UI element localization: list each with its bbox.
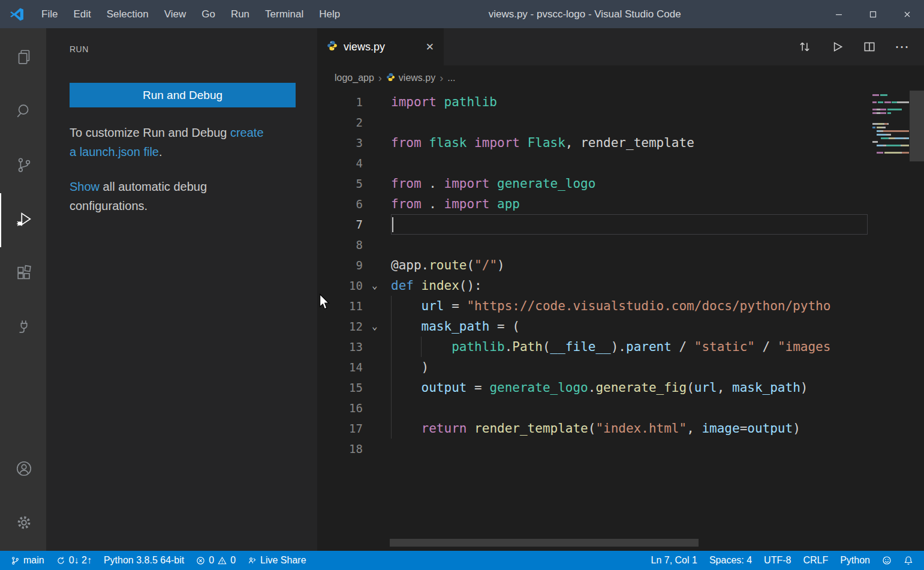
text-caret — [392, 217, 393, 232]
branch-indicator[interactable]: main — [5, 551, 50, 570]
menu-selection[interactable]: Selection — [99, 0, 156, 28]
breadcrumb-file[interactable]: views.py — [386, 73, 435, 84]
activity-extensions[interactable] — [0, 247, 46, 301]
notifications-button[interactable] — [898, 551, 919, 570]
horizontal-scrollbar-thumb[interactable] — [390, 539, 699, 547]
minimap[interactable] — [872, 94, 909, 159]
code-text: def index(): — [391, 275, 868, 296]
fold-gutter — [363, 357, 391, 377]
code-line-11[interactable]: 11 url = "https://code.visualstudio.com/… — [317, 296, 924, 316]
live-share-button[interactable]: Live Share — [242, 551, 312, 570]
code-text — [391, 153, 868, 173]
status-bar-left: main 0↓ 2↑ Python 3.8.5 64-bit 0 0 — [0, 551, 312, 570]
run-and-debug-button[interactable]: Run and Debug — [70, 83, 296, 107]
cursor-position-indicator[interactable]: Ln 7, Col 1 — [645, 551, 703, 570]
code-line-5[interactable]: 5from . import generate_logo — [317, 173, 924, 194]
code-line-6[interactable]: 6from . import app — [317, 194, 924, 214]
menu-terminal[interactable]: Terminal — [257, 0, 311, 28]
code-line-9[interactable]: 9@app.route("/") — [317, 255, 924, 275]
fold-gutter — [363, 133, 391, 153]
activity-search[interactable] — [0, 85, 46, 139]
minimap-line — [872, 127, 909, 128]
run-python-file-icon[interactable] — [828, 40, 846, 53]
code-line-8[interactable]: 8 — [317, 235, 924, 255]
python-interpreter-indicator[interactable]: Python 3.8.5 64-bit — [98, 551, 190, 570]
minimize-button[interactable] — [821, 0, 856, 28]
breadcrumb-folder[interactable]: logo_app — [335, 73, 374, 83]
code-line-3[interactable]: 3from flask import Flask, render_templat… — [317, 133, 924, 153]
menu-run[interactable]: Run — [223, 0, 257, 28]
code-line-2[interactable]: 2 — [317, 112, 924, 133]
encoding-indicator[interactable]: UTF-8 — [758, 551, 797, 570]
menu-go[interactable]: Go — [194, 0, 223, 28]
minimap-line — [872, 134, 909, 136]
code-line-18[interactable]: 18 — [317, 439, 924, 459]
code-line-15[interactable]: 15 output = generate_logo.generate_fig(u… — [317, 377, 924, 398]
tab-bar: views.py ✕ ⋯ — [317, 28, 924, 65]
breadcrumb-file-label: views.py — [399, 73, 435, 83]
indentation-indicator[interactable]: Spaces: 4 — [703, 551, 758, 570]
eol-indicator[interactable]: CRLF — [797, 551, 834, 570]
fold-chevron-icon[interactable]: ⌄ — [363, 316, 391, 337]
fold-gutter — [363, 296, 391, 316]
feedback-button[interactable] — [876, 551, 898, 570]
status-bar: main 0↓ 2↑ Python 3.8.5 64-bit 0 0 — [0, 551, 924, 570]
more-actions-icon[interactable]: ⋯ — [893, 41, 911, 53]
code-editor[interactable]: 1import pathlib23from flask import Flask… — [317, 91, 924, 551]
breadcrumb-symbol[interactable]: ... — [447, 73, 455, 83]
code-line-17[interactable]: 17 return render_template("index.html", … — [317, 418, 924, 439]
menu-view[interactable]: View — [156, 0, 194, 28]
minimap-line — [872, 98, 909, 100]
minimap-line — [872, 109, 909, 110]
code-text — [391, 439, 868, 459]
language-mode-indicator[interactable]: Python — [834, 551, 876, 570]
code-line-12[interactable]: 12⌄ mask_path = ( — [317, 316, 924, 337]
problems-indicator[interactable]: 0 0 — [190, 551, 242, 570]
customize-hint-text: To customize Run and Debug create a laun… — [70, 123, 273, 161]
activity-bar — [0, 28, 46, 551]
show-configurations-link[interactable]: Show — [70, 180, 100, 193]
indent-guide — [391, 296, 392, 316]
activity-explorer[interactable] — [0, 31, 46, 85]
git-branch-icon — [11, 556, 20, 565]
open-changes-icon[interactable] — [796, 40, 814, 53]
menu-edit[interactable]: Edit — [65, 0, 98, 28]
indentation-label: Spaces: 4 — [709, 555, 752, 566]
code-line-16[interactable]: 16 — [317, 398, 924, 418]
split-editor-icon[interactable] — [860, 40, 878, 53]
window-title: views.py - pvscc-logo - Visual Studio Co… — [348, 8, 821, 20]
close-window-button[interactable] — [890, 0, 924, 28]
indent-guide — [391, 398, 392, 418]
minimap-line — [872, 94, 909, 96]
code-line-10[interactable]: 10⌄def index(): — [317, 275, 924, 296]
fold-chevron-icon[interactable]: ⌄ — [363, 275, 391, 296]
activity-accounts[interactable] — [0, 443, 46, 497]
fold-gutter — [363, 439, 391, 459]
close-tab-icon[interactable]: ✕ — [426, 41, 434, 53]
activity-source-control[interactable] — [0, 139, 46, 193]
vertical-scrollbar-thumb[interactable] — [910, 91, 924, 161]
code-text — [391, 112, 868, 133]
line-number: 12 — [317, 316, 363, 337]
title-bar: File Edit Selection View Go Run Terminal… — [0, 0, 924, 28]
line-number: 8 — [317, 235, 363, 255]
sync-indicator[interactable]: 0↓ 2↑ — [50, 551, 98, 570]
source-control-icon — [15, 156, 33, 176]
code-line-13[interactable]: 13 pathlib.Path(__file__).parent / "stat… — [317, 337, 924, 357]
code-line-7[interactable]: 7 — [317, 214, 924, 235]
activity-remote-explorer[interactable] — [0, 301, 46, 355]
activity-run-and-debug[interactable] — [0, 193, 46, 247]
line-number: 18 — [317, 439, 363, 459]
warning-count: 0 — [230, 555, 236, 566]
code-text: pathlib.Path(__file__).parent / "static"… — [391, 337, 868, 357]
menu-help[interactable]: Help — [311, 0, 348, 28]
code-line-1[interactable]: 1import pathlib — [317, 92, 924, 112]
activity-settings[interactable] — [0, 497, 46, 551]
code-line-14[interactable]: 14 ) — [317, 357, 924, 377]
maximize-button[interactable] — [856, 0, 890, 28]
minimap-line — [872, 141, 909, 143]
menu-file[interactable]: File — [34, 0, 65, 28]
tab-views-py[interactable]: views.py ✕ — [317, 28, 444, 65]
minimap-line — [872, 123, 909, 125]
code-line-4[interactable]: 4 — [317, 153, 924, 173]
